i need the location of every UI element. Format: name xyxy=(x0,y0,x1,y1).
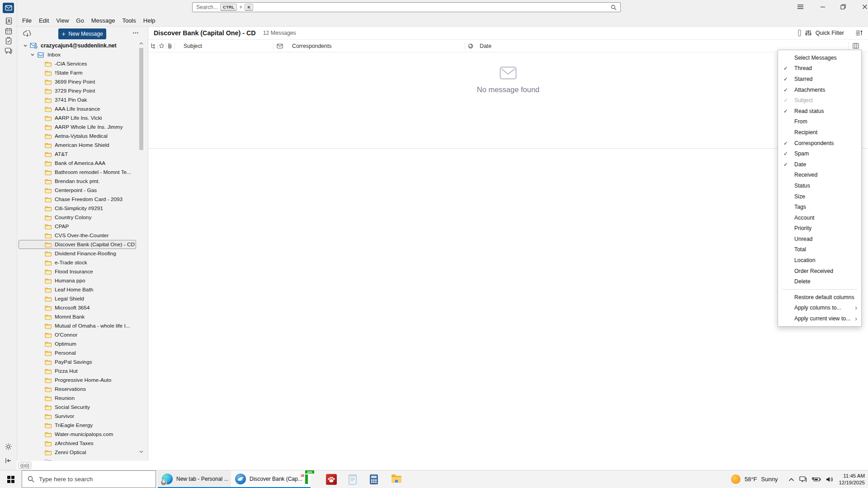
column-menu-item-date[interactable]: ✓Date xyxy=(778,159,861,170)
folder-row-legal-shield[interactable]: Legal Shield xyxy=(19,294,136,303)
folder-row-survivor[interactable]: Survivor xyxy=(19,412,136,421)
folder-row-cvs-over-the-counter[interactable]: CVS Over-the-Counter xyxy=(19,231,136,240)
folder-row-citi-simplicity-9291[interactable]: Citi-Simplicity #9291 xyxy=(19,204,136,213)
folder-row-progressive-home-auto[interactable]: Progressive Home-Auto xyxy=(19,375,136,385)
correspondents-column-icon[interactable] xyxy=(277,40,283,52)
menubar-item-go[interactable]: Go xyxy=(72,16,87,25)
column-menu-item-received[interactable]: Received xyxy=(778,170,861,181)
folder-row-aarp-life-ins-vicki[interactable]: AARP Life Ins. Vicki xyxy=(19,113,136,122)
menubar-item-edit[interactable]: Edit xyxy=(35,16,52,25)
restore-button[interactable] xyxy=(834,0,852,14)
collapse-spaces-button[interactable] xyxy=(3,455,14,466)
menubar-item-message[interactable]: Message xyxy=(88,16,119,25)
start-button[interactable] xyxy=(0,470,22,488)
folder-row-3729-piney-point[interactable]: 3729 Piney Point xyxy=(19,86,136,95)
column-menu-item-select-messages[interactable]: Select Messages xyxy=(778,52,861,63)
folder-row-leaf-home-bath[interactable]: Leaf Home Bath xyxy=(19,285,136,294)
column-menu-item-read-status[interactable]: ✓Read status xyxy=(778,106,861,117)
taskbar-app-notepad[interactable] xyxy=(348,474,359,485)
folder-row-country-colony[interactable]: Country Colony xyxy=(19,213,136,222)
network-icon[interactable] xyxy=(799,476,807,483)
folder-row-optimum[interactable]: Optimum xyxy=(19,339,136,348)
attachment-column-icon[interactable] xyxy=(167,40,173,52)
folder-row-bank-of-america-aaa[interactable]: Bank of America AAA xyxy=(19,159,136,168)
column-menu-item-status[interactable]: Status xyxy=(778,180,861,191)
menubar-item-file[interactable]: File xyxy=(19,16,35,25)
battery-icon[interactable] xyxy=(812,476,821,482)
folder-row-3699-piney-point[interactable]: 3699 Piney Point xyxy=(19,77,136,86)
folder-row-e-trade-stock[interactable]: e-Trade stock xyxy=(19,258,136,267)
folder-row-chase-freedom-card-2093[interactable]: Chase Freedom Card - 2093 xyxy=(19,195,136,204)
menubar-item-tools[interactable]: Tools xyxy=(118,16,139,25)
chevron-down-icon[interactable] xyxy=(23,43,28,48)
folder-pane-scrollbar[interactable] xyxy=(138,41,144,461)
mail-space-button[interactable] xyxy=(3,3,14,13)
starred-column-icon[interactable] xyxy=(159,40,165,52)
column-header-correspondents[interactable]: Correspondents xyxy=(292,40,332,52)
taskbar-search[interactable]: Type here to search xyxy=(22,470,156,488)
show-hidden-icons-chevron[interactable] xyxy=(788,478,794,481)
pane-divider[interactable] xyxy=(148,148,868,149)
folder-row-microsoft-3654[interactable]: Microsoft 3654 xyxy=(19,303,136,312)
column-menu-item-priority[interactable]: Priority xyxy=(778,223,861,234)
folder-row-bathroom-remodel-momnt-te[interactable]: Bathroom remodel - Momnt Te... xyxy=(19,168,136,177)
column-menu-item-apply-current-view-to[interactable]: Apply current view to...› xyxy=(778,313,861,324)
folder-row-zarchived-taxes[interactable]: zArchived Taxes xyxy=(19,439,136,448)
folder-row-discover-bank-capital-one-cd[interactable]: Discover Bank (Capital One) - CD xyxy=(19,240,136,249)
addressbook-space-button[interactable] xyxy=(3,16,14,26)
weather-widget[interactable]: 58°F Sunny xyxy=(731,474,778,484)
thread-column-icon[interactable] xyxy=(150,40,156,52)
folder-row-brendan-truck-pmt[interactable]: Brendan truck pmt. xyxy=(19,177,136,186)
column-menu-item-attachments[interactable]: ✓Attachments xyxy=(778,84,861,95)
folder-row-partial[interactable] xyxy=(19,457,136,461)
folder-row-at-t[interactable]: AT&T xyxy=(19,150,136,159)
folder-row-o-connor[interactable]: O'Connor xyxy=(19,330,136,339)
folder-row-3741-pin-oak[interactable]: 3741 Pin Oak xyxy=(19,95,136,104)
column-menu-item-size[interactable]: Size xyxy=(778,191,861,202)
settings-space-button[interactable] xyxy=(3,441,14,452)
clock-widget[interactable]: 11:45 AM 12/19/2025 xyxy=(839,473,865,486)
calendar-space-button[interactable] xyxy=(3,26,14,36)
folder-row-inbox[interactable]: Inbox xyxy=(19,50,136,59)
folder-row-american-home-shield[interactable]: American Home Shield xyxy=(19,141,136,150)
tasks-space-button[interactable] xyxy=(3,36,14,46)
taskbar-app-paw[interactable] xyxy=(326,474,337,485)
menubar-item-view[interactable]: View xyxy=(52,16,72,25)
chat-space-button[interactable] xyxy=(3,46,14,56)
spam-column-icon[interactable] xyxy=(468,40,473,52)
column-menu-item-location[interactable]: Location xyxy=(778,255,861,266)
quick-filter-button[interactable]: Quick Filter xyxy=(816,30,844,36)
column-menu-item-thread[interactable]: ✓Thread xyxy=(778,63,861,74)
folder-row-personal[interactable]: Personal xyxy=(19,348,136,357)
column-menu-item-from[interactable]: From xyxy=(778,117,861,127)
new-message-button[interactable]: + New Message xyxy=(58,28,106,39)
column-header-subject[interactable]: Subject xyxy=(184,40,202,52)
column-menu-item-starred[interactable]: ✓Starred xyxy=(778,74,861,84)
column-menu-item-total[interactable]: Total xyxy=(778,244,861,255)
close-button[interactable] xyxy=(856,0,868,14)
column-menu-item-order-received[interactable]: Order Received xyxy=(778,266,861,277)
column-menu-item-unread[interactable]: Unread xyxy=(778,234,861,244)
column-menu-item-restore-default-columns[interactable]: Restore default columns xyxy=(778,292,861,303)
taskbar-app-calculator[interactable] xyxy=(369,474,380,485)
folder-row-reunion[interactable]: Reunion xyxy=(19,394,136,403)
folder-row-centerpoint-gas[interactable]: Centerpoint - Gas xyxy=(19,186,136,195)
column-menu-item-tags[interactable]: Tags xyxy=(778,202,861,212)
column-header-date[interactable]: Date xyxy=(480,40,491,52)
folder-row-cpap[interactable]: CPAP xyxy=(19,222,136,231)
scrollbar-thumb[interactable] xyxy=(139,48,143,150)
scroll-up-icon[interactable] xyxy=(139,41,144,46)
folder-row-zenni-optical[interactable]: Zenni Optical xyxy=(19,448,136,457)
folder-row-social-security[interactable]: Social Security xyxy=(19,403,136,412)
folder-row-mutual-of-omaha-whole-life-i[interactable]: Mutual of Omaha - whole life I... xyxy=(19,321,136,330)
folder-row-cia-services[interactable]: -CIA Services xyxy=(19,59,136,68)
folder-row-paypal-savings[interactable]: PayPal Savings xyxy=(19,357,136,366)
message-list-options-icon[interactable] xyxy=(855,30,863,36)
folder-row-pizza-hut[interactable]: Pizza Hut xyxy=(19,366,136,375)
global-search-bar[interactable]: Search... CTRL + K xyxy=(192,2,621,12)
account-row[interactable]: crazycajun4@suddenlink.net xyxy=(19,41,136,50)
folder-row-aetna-vytalus-medical[interactable]: Aetna-Vytalus Medical xyxy=(19,131,136,141)
column-menu-item-recipient[interactable]: Recipient xyxy=(778,127,861,138)
volume-icon[interactable] xyxy=(826,476,833,483)
column-menu-item-correspondents[interactable]: ✓Correspondents xyxy=(778,138,861,149)
